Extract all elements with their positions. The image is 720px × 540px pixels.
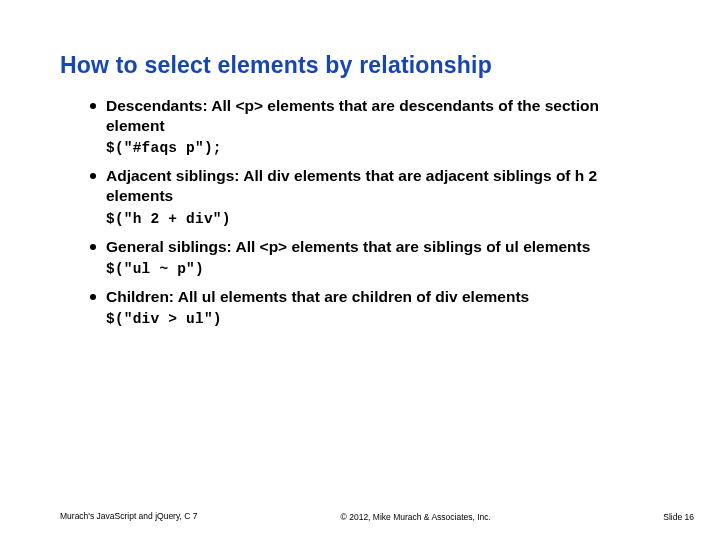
bullet-icon xyxy=(90,103,96,109)
section-children: Children: All ul elements that are child… xyxy=(90,287,650,327)
bullet-icon xyxy=(90,173,96,179)
section-adjacent-siblings: Adjacent siblings: All div elements that… xyxy=(90,166,650,226)
section-desc: Descendants: All <p> elements that are d… xyxy=(106,96,650,136)
footer-left: Murach's JavaScript and jQuery, C 7 xyxy=(60,511,198,522)
section-code: $("ul ~ p") xyxy=(106,261,650,277)
section-general-siblings: General siblings: All <p> elements that … xyxy=(90,237,650,277)
section-code: $("div > ul") xyxy=(106,311,650,327)
bullet-row: Adjacent siblings: All div elements that… xyxy=(90,166,650,206)
section-descendants: Descendants: All <p> elements that are d… xyxy=(90,96,650,156)
section-desc: General siblings: All <p> elements that … xyxy=(106,237,590,257)
bullet-row: General siblings: All <p> elements that … xyxy=(90,237,650,257)
slide-title: How to select elements by relationship xyxy=(60,52,492,79)
bullet-icon xyxy=(90,244,96,250)
footer-right: Slide 16 xyxy=(634,512,694,522)
section-code: $("h 2 + div") xyxy=(106,211,650,227)
bullet-icon xyxy=(90,294,96,300)
slide-content: Descendants: All <p> elements that are d… xyxy=(90,96,650,337)
section-code: $("#faqs p"); xyxy=(106,140,650,156)
bullet-row: Children: All ul elements that are child… xyxy=(90,287,650,307)
section-desc: Adjacent siblings: All div elements that… xyxy=(106,166,650,206)
slide-footer: Murach's JavaScript and jQuery, C 7 © 20… xyxy=(60,511,694,522)
section-desc: Children: All ul elements that are child… xyxy=(106,287,529,307)
slide: How to select elements by relationship D… xyxy=(0,0,720,540)
footer-center: © 2012, Mike Murach & Associates, Inc. xyxy=(198,512,634,522)
bullet-row: Descendants: All <p> elements that are d… xyxy=(90,96,650,136)
